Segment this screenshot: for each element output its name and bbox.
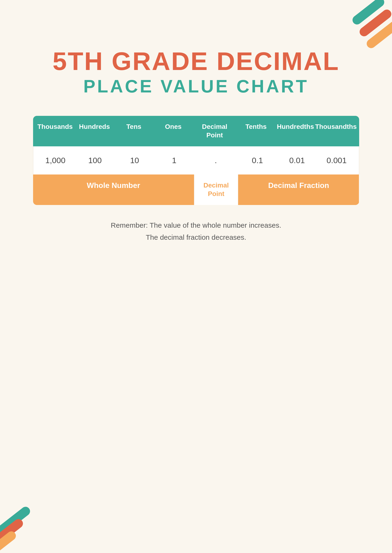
label-decimal-fraction: Decimal Fraction [238, 175, 359, 205]
header-tens: Tens [114, 122, 154, 140]
value-ones: 1 [154, 156, 194, 165]
value-thousands: 1,000 [36, 156, 75, 165]
note-line2: The decimal fraction decreases. [111, 231, 281, 243]
header-ones: Ones [154, 122, 193, 140]
value-decimal-point: . [194, 156, 238, 165]
header-thousandths: Thousandths [315, 122, 357, 140]
title-line1: 5TH GRADE DECIMAL [52, 47, 339, 75]
table-header-row: Thousands Hundreds Tens Ones DecimalPoin… [33, 116, 359, 146]
header-hundredths: Hundredths [276, 122, 315, 140]
header-thousands: Thousands [35, 122, 75, 140]
title-line2: PLACE VALUE CHART [52, 75, 339, 97]
value-thousandths: 0.001 [317, 156, 357, 165]
value-hundreds: 100 [75, 156, 115, 165]
value-tenths: 0.1 [238, 156, 277, 165]
main-content: 5TH GRADE DECIMAL PLACE VALUE CHART Thou… [0, 0, 392, 553]
label-decimal-point: DecimalPoint [194, 175, 238, 205]
note-text: Remember: The value of the whole number … [111, 219, 281, 243]
table-labels-row: Whole Number DecimalPoint Decimal Fracti… [33, 175, 359, 205]
header-tenths: Tenths [236, 122, 276, 140]
table-values-row: 1,000 100 10 1 . 0.1 0.01 0.001 [33, 146, 359, 175]
note-line1: Remember: The value of the whole number … [111, 219, 281, 231]
value-hundredths: 0.01 [277, 156, 317, 165]
place-value-table: Thousands Hundreds Tens Ones DecimalPoin… [33, 116, 359, 205]
header-hundreds: Hundreds [75, 122, 114, 140]
label-whole-number: Whole Number [33, 175, 194, 205]
header-decimal-point: DecimalPoint [193, 122, 236, 140]
value-tens: 10 [115, 156, 154, 165]
title-block: 5TH GRADE DECIMAL PLACE VALUE CHART [52, 47, 339, 97]
